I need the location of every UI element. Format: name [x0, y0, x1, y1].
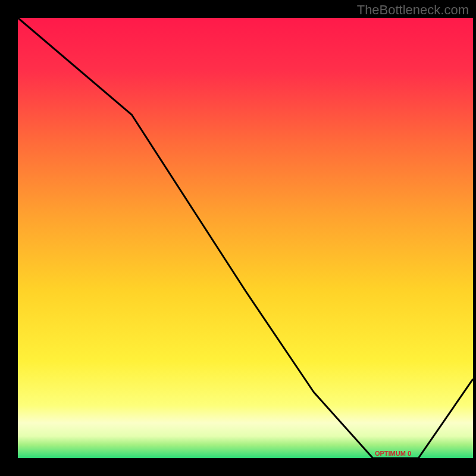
- chart-container: TheBottleneck.com OP: [0, 0, 476, 476]
- optimum-label: OPTIMUM 0: [375, 450, 411, 457]
- plot-area: [18, 18, 473, 458]
- watermark-text: TheBottleneck.com: [357, 2, 469, 18]
- bottleneck-chart: [0, 0, 476, 476]
